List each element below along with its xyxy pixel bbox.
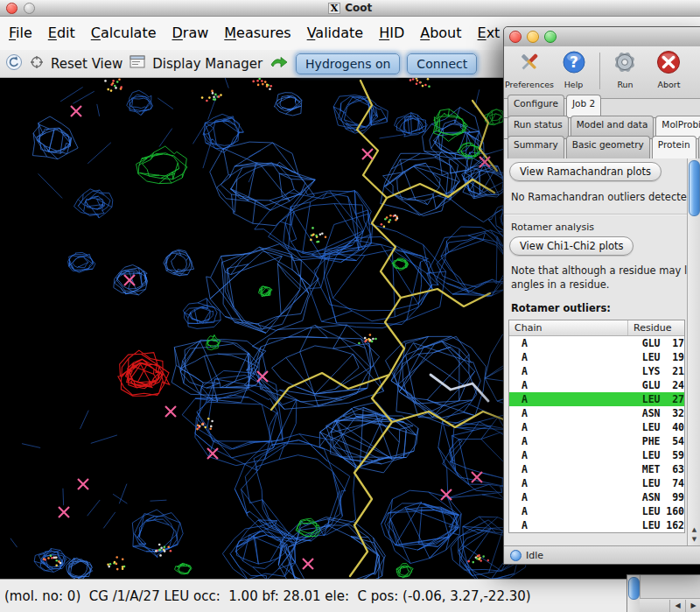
- table-header[interactable]: Chain Residue: [509, 320, 684, 336]
- rotamer-row-leu-19[interactable]: ALEU19: [509, 350, 684, 364]
- help-button[interactable]: ? Help: [552, 49, 595, 89]
- rotamer-row-glu-17[interactable]: AGLU17: [509, 336, 684, 350]
- preferences-button[interactable]: Preferences: [508, 49, 551, 89]
- scrollbar-arrows[interactable]: ▲▼: [688, 525, 700, 545]
- x11-icon: X: [328, 3, 341, 14]
- hydrogens-toggle-button[interactable]: Hydrogens on: [296, 53, 400, 74]
- dialog-statusbar: Idle: [504, 545, 700, 565]
- protein-tab-content: View Ramachandran plots No Ramachandran …: [504, 158, 687, 545]
- menu-ext[interactable]: Ext: [478, 25, 500, 41]
- window-title-text: Coot: [345, 2, 372, 14]
- dialog-status-text: Idle: [526, 550, 543, 561]
- display-manager-button[interactable]: Display Manager: [152, 56, 262, 72]
- rotamer-row-leu-160[interactable]: ALEU160: [509, 504, 684, 518]
- reset-view-button[interactable]: Reset View: [51, 56, 122, 72]
- menu-calculate[interactable]: Calculate: [91, 25, 157, 41]
- view-chi1-chi2-plots-button[interactable]: View Chi1-Chi2 plots: [509, 236, 634, 256]
- rotamer-row-glu-24[interactable]: AGLU24: [509, 378, 684, 392]
- ramachandran-result-text: No Ramachandran outliers detecte: [511, 191, 687, 203]
- menu-file[interactable]: File: [9, 25, 32, 41]
- reset-view-icon[interactable]: [30, 55, 44, 73]
- abort-icon: [655, 49, 682, 79]
- tab-configure[interactable]: Configure: [508, 95, 564, 117]
- atom-status-text: (mol. no: 0) CG /1/A/27 LEU occ: 1.00 bf…: [4, 588, 531, 604]
- rotamer-row-asn-99[interactable]: AASN99: [509, 490, 684, 504]
- scroll-right-arrow-icon[interactable]: ▶: [685, 600, 700, 612]
- molprobity-dialog: Preferences ? Help Run: [503, 26, 700, 565]
- rotamer-outliers-table: Chain Residue AGLU17ALEU19ALYS21AGLU24AL…: [508, 320, 685, 533]
- rotamer-row-leu-27[interactable]: ALEU27: [509, 392, 684, 406]
- menu-measures[interactable]: Measures: [224, 25, 290, 41]
- screen: X Coot FileEditCalculateDrawMeasuresVali…: [0, 0, 700, 612]
- category-tab-basic-geometry[interactable]: Basic geometry: [566, 136, 650, 158]
- partial-toolbar-button[interactable]: A: [691, 49, 700, 89]
- vertical-scrollbar-thumb[interactable]: [628, 577, 640, 600]
- menu-edit[interactable]: Edit: [48, 25, 75, 41]
- category-tab-row: SummaryBasic geometryProteinC: [504, 138, 700, 159]
- chain-column-header[interactable]: Chain: [509, 320, 628, 335]
- residue-column-header[interactable]: Residue: [628, 320, 684, 335]
- dialog-titlebar[interactable]: [504, 27, 700, 47]
- menu-about[interactable]: About: [420, 25, 461, 41]
- tools-icon: [516, 49, 542, 79]
- rotamer-note-line2: angles in a residue.: [511, 278, 687, 291]
- tab-job-2[interactable]: Job 2: [566, 95, 601, 117]
- rotamer-row-asn-32[interactable]: AASN32: [509, 406, 684, 420]
- rotamer-row-leu-162[interactable]: ALEU162: [509, 518, 684, 532]
- dialog-minimize-button[interactable]: [527, 31, 539, 43]
- svg-text:?: ?: [570, 53, 578, 71]
- rotamer-row-leu-59[interactable]: ALEU59: [509, 448, 684, 462]
- section-separator: [504, 214, 687, 215]
- connect-button[interactable]: Connect: [407, 53, 477, 74]
- main-titlebar: X Coot: [0, 0, 700, 17]
- scroll-left-arrow-icon[interactable]: ◀: [669, 600, 685, 612]
- view-ramachandran-plots-button[interactable]: View Ramachandran plots: [509, 162, 662, 181]
- abort-button[interactable]: Abort: [648, 49, 690, 89]
- menu-draw[interactable]: Draw: [172, 25, 209, 41]
- menu-validate[interactable]: Validate: [307, 25, 363, 41]
- vertical-scrollbar-track[interactable]: [627, 575, 640, 612]
- dialog-zoom-button[interactable]: [544, 31, 556, 43]
- gear-icon: [612, 49, 638, 79]
- background-window-corner: ◀ ▶: [626, 574, 700, 612]
- toolbar-separator: [599, 53, 600, 89]
- dialog-toolbar: Preferences ? Help Run: [504, 46, 700, 99]
- rotamer-row-lys-21[interactable]: ALYS21: [509, 364, 684, 378]
- category-tab-summary[interactable]: Summary: [508, 136, 564, 158]
- dialog-close-button[interactable]: [509, 31, 522, 43]
- green-arrow-icon[interactable]: [270, 55, 289, 73]
- rotamer-row-phe-54[interactable]: APHE54: [509, 434, 684, 448]
- category-tab-protein[interactable]: Protein: [652, 136, 696, 158]
- display-manager-icon[interactable]: [130, 55, 145, 72]
- status-orb-icon: [510, 550, 522, 561]
- dialog-scrollbar-track[interactable]: ▲▼: [687, 158, 700, 545]
- menu-hid[interactable]: HID: [379, 25, 404, 41]
- back-icon[interactable]: [5, 53, 23, 74]
- rotamer-note-line1: Note that although a residue may lie: [511, 264, 687, 277]
- help-icon: ?: [561, 49, 587, 79]
- main-statusbar: (mol. no: 0) CG /1/A/27 LEU occ: 1.00 bf…: [0, 579, 700, 612]
- rotamer-analysis-label: Rotamer analysis: [511, 222, 687, 233]
- rotamer-row-met-63[interactable]: AMET63: [509, 462, 684, 476]
- horizontal-scrollbar: ◀ ▶: [640, 598, 700, 612]
- rotamer-outliers-label: Rotamer outliers:: [511, 302, 687, 314]
- table-body: AGLU17ALEU19ALYS21AGLU24ALEU27AASN32ALEU…: [509, 336, 684, 532]
- window-title: X Coot: [0, 2, 700, 14]
- run-button[interactable]: Run: [604, 49, 647, 89]
- rotamer-row-leu-40[interactable]: ALEU40: [509, 420, 684, 434]
- dialog-scrollbar-thumb[interactable]: [689, 160, 700, 216]
- rotamer-row-leu-74[interactable]: ALEU74: [509, 476, 684, 490]
